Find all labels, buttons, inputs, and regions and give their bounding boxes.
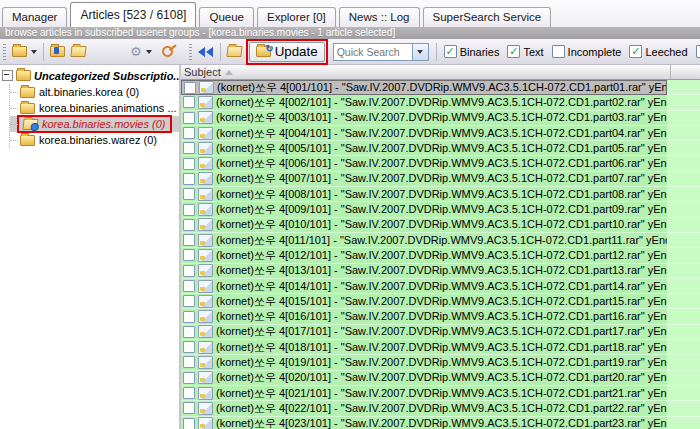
article-row[interactable]: (kornet)쏘우 4[011/101] - "Saw.IV.2007.DVD… [181, 233, 700, 248]
filter-incomplete[interactable]: Incomplete [552, 45, 622, 58]
article-checkbox[interactable] [183, 326, 195, 338]
article-checkbox[interactable] [183, 219, 195, 231]
update-button[interactable]: Update [249, 42, 325, 62]
settings-button[interactable] [127, 43, 155, 60]
article-row[interactable]: (kornet)쏘우 4[006/101] - "Saw.IV.2007.DVD… [181, 156, 700, 171]
leeched-checkbox[interactable] [629, 45, 642, 58]
toolbar-grip[interactable] [189, 44, 192, 60]
subject-cell[interactable]: (kornet)쏘우 4[015/101] - "Saw.IV.2007.DVD… [181, 294, 667, 309]
article-row[interactable]: (kornet)쏘우 4[017/101] - "Saw.IV.2007.DVD… [181, 325, 700, 340]
tree-item-korea-binaries-movies[interactable]: korea.binaries.movies (0) [10, 116, 179, 132]
subject-cell[interactable]: (kornet)쏘우 4[005/101] - "Saw.IV.2007.DVD… [181, 141, 667, 156]
subject-cell[interactable]: (kornet)쏘우 4[019/101] - "Saw.IV.2007.DVD… [181, 355, 667, 370]
subject-cell[interactable]: (kornet)쏘우 4[022/101] - "Saw.IV.2007.DVD… [181, 401, 667, 416]
quick-search-input[interactable] [333, 43, 412, 61]
article-checkbox[interactable] [183, 265, 195, 277]
article-row[interactable]: (kornet)쏘우 4[014/101] - "Saw.IV.2007.DVD… [181, 279, 700, 294]
article-row[interactable]: (kornet)쏘우 4[013/101] - "Saw.IV.2007.DVD… [181, 264, 700, 279]
subscribe-info-button[interactable] [47, 44, 68, 59]
article-row[interactable]: (kornet)쏘우 4[020/101] - "Saw.IV.2007.DVD… [181, 371, 700, 386]
article-row[interactable]: (kornet)쏘우 4[023/101] - "Saw.IV.2007.DVD… [181, 417, 700, 429]
tab-articles[interactable]: Articles [523 / 6108] [70, 2, 196, 27]
article-checkbox[interactable] [183, 234, 195, 246]
article-row[interactable]: (kornet)쏘우 4[009/101] - "Saw.IV.2007.DVD… [181, 202, 700, 217]
tab-news-log[interactable]: News :: Log [339, 7, 420, 27]
article-checkbox[interactable] [184, 82, 196, 94]
incomplete-checkbox[interactable] [552, 45, 565, 58]
tree-root-uncategorized[interactable]: Uncategorized Subscriptio... [0, 67, 179, 84]
tree-item-korea-binaries-animations[interactable]: korea.binaries.animations ... [10, 100, 179, 116]
article-checkbox[interactable] [183, 112, 195, 124]
group-folder-button[interactable] [9, 44, 40, 59]
subject-cell[interactable]: (kornet)쏘우 4[013/101] - "Saw.IV.2007.DVD… [181, 264, 667, 279]
article-row[interactable]: (kornet)쏘우 4[012/101] - "Saw.IV.2007.DVD… [181, 248, 700, 263]
group-view-button[interactable] [224, 44, 245, 59]
article-checkbox[interactable] [183, 96, 195, 108]
article-checkbox[interactable] [183, 402, 195, 414]
empty-column-header[interactable] [671, 65, 700, 79]
article-row[interactable]: (kornet)쏘우 4[016/101] - "Saw.IV.2007.DVD… [181, 309, 700, 324]
article-checkbox[interactable] [183, 173, 195, 185]
filter-old[interactable]: Old [696, 45, 700, 58]
article-checkbox[interactable] [183, 142, 195, 154]
old-checkbox[interactable] [696, 45, 700, 58]
article-checkbox[interactable] [183, 188, 195, 200]
article-row[interactable]: (kornet)쏘우 4[019/101] - "Saw.IV.2007.DVD… [181, 355, 700, 370]
subject-cell[interactable]: (kornet)쏘우 4[006/101] - "Saw.IV.2007.DVD… [181, 156, 667, 171]
article-row[interactable]: (kornet)쏘우 4[008/101] - "Saw.IV.2007.DVD… [181, 187, 700, 202]
key-button[interactable] [155, 44, 180, 59]
collapse-icon[interactable] [2, 70, 13, 81]
subject-cell[interactable]: (kornet)쏘우 4[014/101] - "Saw.IV.2007.DVD… [181, 279, 667, 294]
filter-binaries[interactable]: Binaries [444, 45, 500, 58]
open-folder-button[interactable] [68, 44, 89, 59]
binaries-checkbox[interactable] [444, 45, 457, 58]
tab-queue[interactable]: Queue [199, 7, 254, 27]
quick-search-dropdown-button[interactable] [412, 43, 429, 61]
article-checkbox[interactable] [183, 295, 195, 307]
article-checkbox[interactable] [183, 249, 195, 261]
subject-cell[interactable]: (kornet)쏘우 4[007/101] - "Saw.IV.2007.DVD… [181, 172, 667, 187]
article-checkbox[interactable] [183, 280, 195, 292]
article-checkbox[interactable] [183, 341, 195, 353]
subject-cell[interactable]: (kornet)쏘우 4[009/101] - "Saw.IV.2007.DVD… [181, 202, 667, 217]
article-row[interactable]: (kornet)쏘우 4[021/101] - "Saw.IV.2007.DVD… [181, 386, 700, 401]
toolbar-grip[interactable] [3, 44, 6, 60]
subject-cell[interactable]: (kornet)쏘우 4[017/101] - "Saw.IV.2007.DVD… [181, 325, 667, 340]
article-checkbox[interactable] [183, 127, 195, 139]
filter-leeched[interactable]: Leeched [629, 45, 687, 58]
tab-explorer[interactable]: Explorer [0] [257, 7, 336, 27]
tab-manager[interactable]: Manager [2, 7, 67, 27]
article-row[interactable]: (kornet)쏘우 4[022/101] - "Saw.IV.2007.DVD… [181, 401, 700, 416]
article-checkbox[interactable] [183, 204, 195, 216]
subject-cell[interactable]: (kornet)쏘우 4[012/101] - "Saw.IV.2007.DVD… [181, 248, 667, 263]
tree-item-alt-binaries-korea[interactable]: alt.binaries.korea (0) [10, 84, 179, 100]
article-checkbox[interactable] [183, 387, 195, 399]
back-button[interactable] [195, 45, 217, 59]
article-checkbox[interactable] [183, 418, 195, 429]
subject-column-header[interactable]: Subject [181, 65, 671, 79]
article-row[interactable]: (kornet)쏘우 4[007/101] - "Saw.IV.2007.DVD… [181, 172, 700, 187]
subject-cell[interactable]: (kornet)쏘우 4[023/101] - "Saw.IV.2007.DVD… [181, 417, 667, 429]
article-checkbox[interactable] [183, 372, 195, 384]
subject-cell[interactable]: (kornet)쏘우 4[018/101] - "Saw.IV.2007.DVD… [181, 340, 667, 355]
subject-cell[interactable]: (kornet)쏘우 4[002/101] - "Saw.IV.2007.DVD… [181, 95, 667, 110]
article-row[interactable]: (kornet)쏘우 4[001/101] - "Saw.IV.2007.DVD… [181, 80, 700, 95]
subject-cell[interactable]: (kornet)쏘우 4[003/101] - "Saw.IV.2007.DVD… [181, 111, 667, 126]
article-checkbox[interactable] [183, 158, 195, 170]
text-checkbox[interactable] [507, 45, 520, 58]
article-row[interactable]: (kornet)쏘우 4[002/101] - "Saw.IV.2007.DVD… [181, 95, 700, 110]
filter-text[interactable]: Text [507, 45, 543, 58]
tree-item-korea-binaries-warez[interactable]: korea.binaries.warez (0) [10, 132, 179, 148]
subject-cell[interactable]: (kornet)쏘우 4[001/101] - "Saw.IV.2007.DVD… [181, 80, 667, 95]
subject-cell[interactable]: (kornet)쏘우 4[016/101] - "Saw.IV.2007.DVD… [181, 309, 667, 324]
subject-cell[interactable]: (kornet)쏘우 4[021/101] - "Saw.IV.2007.DVD… [181, 386, 667, 401]
article-row[interactable]: (kornet)쏘우 4[010/101] - "Saw.IV.2007.DVD… [181, 218, 700, 233]
article-checkbox[interactable] [183, 311, 195, 323]
tab-supersearch[interactable]: SuperSearch Service [423, 7, 552, 27]
subject-cell[interactable]: (kornet)쏘우 4[020/101] - "Saw.IV.2007.DVD… [181, 371, 667, 386]
article-row[interactable]: (kornet)쏘우 4[018/101] - "Saw.IV.2007.DVD… [181, 340, 700, 355]
subject-cell[interactable]: (kornet)쏘우 4[010/101] - "Saw.IV.2007.DVD… [181, 218, 667, 233]
subject-cell[interactable]: (kornet)쏘우 4[004/101] - "Saw.IV.2007.DVD… [181, 126, 667, 141]
article-row[interactable]: (kornet)쏘우 4[015/101] - "Saw.IV.2007.DVD… [181, 294, 700, 309]
subject-cell[interactable]: (kornet)쏘우 4[008/101] - "Saw.IV.2007.DVD… [181, 187, 667, 202]
